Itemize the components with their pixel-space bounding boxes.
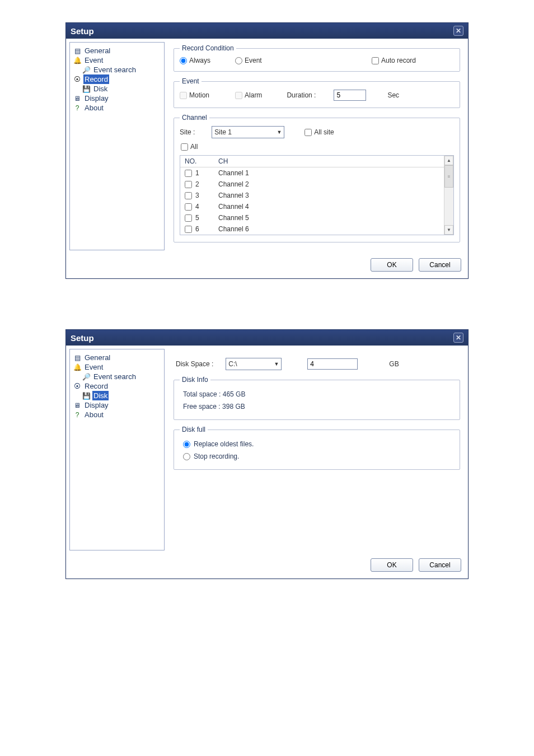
radio-replace-input[interactable] <box>183 441 190 448</box>
scroll-thumb[interactable]: ≡ <box>444 165 453 188</box>
cancel-button[interactable]: Cancel <box>419 258 461 272</box>
setup-dialog-record: Setup ✕ ▤ General 🔔 Event 🔎 Event search… <box>65 22 469 279</box>
checkbox-alarm-input[interactable] <box>235 92 242 99</box>
display-icon: 🖥 <box>73 402 81 409</box>
drive-value: C:\ <box>228 360 237 368</box>
scroll-down-button[interactable]: ▼ <box>444 225 453 235</box>
checkbox-auto-record-input[interactable] <box>372 57 379 64</box>
disk-icon: 💾 <box>82 85 90 93</box>
radio-stop-recording[interactable]: Stop recording. <box>183 452 451 460</box>
tree-item-disk[interactable]: Disk <box>92 391 109 400</box>
tree-item-about[interactable]: ? About <box>72 410 162 419</box>
disk-space-input[interactable] <box>307 358 358 370</box>
general-icon: ▤ <box>73 354 81 362</box>
channel-checkbox[interactable] <box>185 226 192 233</box>
channel-checkbox[interactable] <box>185 170 192 177</box>
about-icon: ? <box>73 411 81 419</box>
tree-label: Display <box>85 94 109 102</box>
radio-event[interactable]: Event <box>235 57 262 64</box>
site-value: Site 1 <box>214 128 232 136</box>
tree-item-disk[interactable]: 💾 Disk <box>72 84 162 94</box>
channel-list: NO. CH 1 Channel 1 2 Channel 2 3 Channel… <box>180 155 454 235</box>
radio-always[interactable]: Always <box>180 57 210 64</box>
radio-label: Event <box>245 57 262 64</box>
tree-item-general[interactable]: ▤ General <box>72 46 162 55</box>
checkbox-label: Alarm <box>245 91 262 99</box>
drive-select[interactable]: C:\ ▼ <box>226 358 282 370</box>
channel-no: 4 <box>195 203 199 211</box>
channel-no: 3 <box>195 192 199 199</box>
display-icon: 🖥 <box>73 95 81 102</box>
tree-label: About <box>85 410 104 419</box>
checkbox-label: All site <box>314 128 334 136</box>
event-group: Event Motion Alarm Duration : <box>174 77 460 108</box>
duration-unit: Sec <box>387 91 399 99</box>
checkbox-all-site[interactable]: All site <box>305 128 334 136</box>
tree-label: Disk <box>93 85 107 93</box>
cancel-button[interactable]: Cancel <box>419 558 461 572</box>
checkbox-all[interactable]: All <box>181 143 198 151</box>
tree-item-record[interactable]: Record <box>83 74 109 84</box>
chevron-down-icon: ▼ <box>277 129 282 135</box>
checkbox-all-input[interactable] <box>181 143 188 151</box>
tree-item-event[interactable]: 🔔 Event <box>72 362 162 372</box>
ok-button[interactable]: OK <box>371 558 413 572</box>
channel-row[interactable]: 3 Channel 3 <box>180 190 444 201</box>
scroll-up-button[interactable]: ▲ <box>444 156 453 165</box>
checkbox-label: Auto record <box>381 57 416 64</box>
group-legend: Channel <box>180 114 209 122</box>
chevron-down-icon: ▼ <box>274 361 279 367</box>
channel-row[interactable]: 4 Channel 4 <box>180 201 444 212</box>
tree-item-display[interactable]: 🖥 Display <box>72 400 162 410</box>
disk-icon: 💾 <box>82 392 90 400</box>
radio-label: Stop recording. <box>194 452 239 460</box>
button-bar: OK Cancel <box>66 554 468 578</box>
channel-no: 6 <box>195 225 199 233</box>
channel-checkbox[interactable] <box>185 203 192 211</box>
channel-checkbox[interactable] <box>185 181 192 188</box>
channel-checkbox[interactable] <box>185 214 192 222</box>
site-select[interactable]: Site 1 ▼ <box>212 126 284 138</box>
group-legend: Disk Info <box>180 376 210 384</box>
close-button[interactable]: ✕ <box>453 333 463 343</box>
channel-name: Channel 1 <box>218 169 439 177</box>
radio-stop-input[interactable] <box>183 453 190 460</box>
channel-row[interactable]: 5 Channel 5 <box>180 212 444 223</box>
channel-list-header: NO. CH <box>180 156 444 167</box>
close-button[interactable]: ✕ <box>453 26 463 36</box>
event-search-icon: 🔎 <box>82 373 90 381</box>
checkbox-motion-input[interactable] <box>180 92 187 99</box>
tree-item-general[interactable]: ▤ General <box>72 353 162 362</box>
checkbox-alarm[interactable]: Alarm <box>235 91 262 99</box>
titlebar: Setup ✕ <box>66 330 468 346</box>
channel-row[interactable]: 1 Channel 1 <box>180 167 444 179</box>
checkbox-all-site-input[interactable] <box>305 129 312 136</box>
scrollbar[interactable]: ▲ ≡ ▼ <box>444 156 453 235</box>
event-icon: 🔔 <box>73 57 81 64</box>
tree-item-event-search[interactable]: 🔎 Event search <box>72 372 162 381</box>
tree-item-about[interactable]: ? About <box>72 103 162 113</box>
channel-no: 5 <box>195 214 199 222</box>
channel-row[interactable]: 6 Channel 6 <box>180 223 444 235</box>
checkbox-label: Motion <box>189 91 209 99</box>
checkbox-motion[interactable]: Motion <box>180 91 209 99</box>
radio-replace-oldest[interactable]: Replace oldest files. <box>183 440 451 448</box>
ok-button[interactable]: OK <box>371 258 413 272</box>
radio-always-input[interactable] <box>180 57 187 64</box>
record-icon: ⦿ <box>73 76 81 83</box>
channel-name: Channel 3 <box>218 192 439 199</box>
duration-input[interactable] <box>334 90 366 101</box>
checkbox-auto-record[interactable]: Auto record <box>372 57 416 64</box>
setup-dialog-disk: Setup ✕ ▤ General 🔔 Event 🔎 Event search… <box>65 329 469 579</box>
tree-item-record[interactable]: ⦿ Record <box>72 381 162 391</box>
disk-space-unit: GB <box>389 360 399 368</box>
tree-item-event-search[interactable]: 🔎 Event search <box>72 65 162 74</box>
scroll-track[interactable]: ≡ <box>444 165 453 225</box>
tree-item-display[interactable]: 🖥 Display <box>72 94 162 103</box>
group-legend: Record Condition <box>180 44 236 52</box>
tree-item-event[interactable]: 🔔 Event <box>72 55 162 65</box>
checkbox-label: All <box>190 143 198 151</box>
channel-row[interactable]: 2 Channel 2 <box>180 179 444 190</box>
channel-checkbox[interactable] <box>185 192 192 199</box>
radio-event-input[interactable] <box>235 57 242 64</box>
